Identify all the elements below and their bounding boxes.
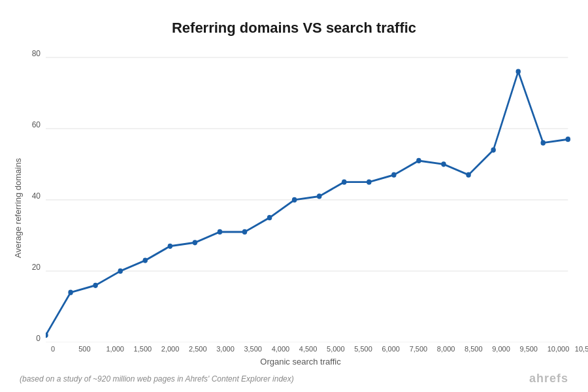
svg-point-14 [267, 215, 272, 220]
y-ticks: 020406080 [26, 50, 46, 342]
svg-point-21 [441, 161, 446, 167]
svg-point-9 [143, 257, 148, 263]
x-ticks: 05001,0001,5002,0002,5003,0003,5004,0004… [51, 342, 575, 353]
svg-point-6 [68, 290, 73, 295]
chart-title: Referring domains VS search traffic [172, 20, 416, 37]
svg-point-23 [491, 147, 495, 152]
svg-point-25 [541, 140, 546, 146]
y-tick: 0 [36, 335, 41, 342]
svg-point-24 [515, 69, 520, 74]
svg-point-7 [93, 283, 97, 288]
svg-point-15 [292, 197, 297, 203]
x-axis-area: 05001,0001,5002,0002,5003,0003,5004,0004… [26, 342, 575, 367]
y-tick: 80 [32, 50, 41, 57]
y-tick: 60 [32, 121, 41, 129]
svg-point-10 [168, 244, 172, 249]
x-axis-label: Organic search traffic [260, 357, 340, 367]
chart-inner: 020406080 [26, 50, 575, 342]
svg-point-18 [367, 180, 371, 185]
chart-with-axes: 020406080 05001,0001,5002,0002,5003,0003… [26, 50, 575, 367]
svg-point-22 [466, 172, 470, 178]
footer-note: (based on a study of ~920 million web pa… [20, 374, 294, 384]
y-tick: 40 [32, 192, 41, 200]
y-axis-label: Average referring domains [13, 50, 23, 367]
brand-name: ahrefs [529, 372, 568, 385]
chart-area: Average referring domains 020406080 0500… [13, 50, 575, 367]
svg-container [46, 50, 575, 342]
svg-point-8 [118, 269, 122, 274]
svg-point-17 [342, 180, 346, 185]
svg-point-20 [416, 158, 421, 163]
page-container: Referring domains VS search traffic Aver… [0, 0, 588, 392]
svg-point-12 [218, 229, 222, 235]
y-tick: 20 [32, 263, 41, 271]
footer: (based on a study of ~920 million web pa… [13, 372, 575, 385]
svg-point-16 [317, 193, 321, 199]
svg-point-13 [242, 229, 247, 235]
svg-point-26 [566, 137, 570, 142]
svg-point-11 [193, 240, 197, 245]
svg-point-19 [391, 172, 396, 178]
